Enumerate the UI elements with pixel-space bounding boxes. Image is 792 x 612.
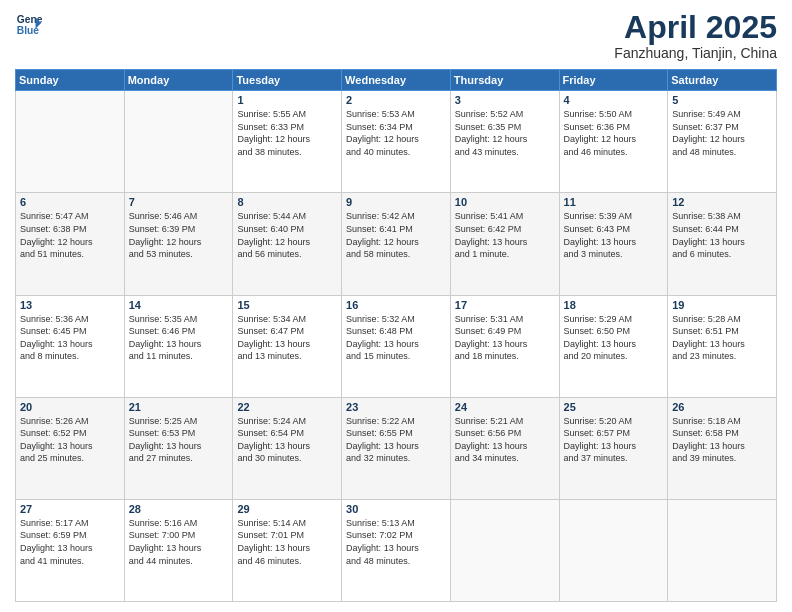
day-number: 28 bbox=[129, 503, 229, 515]
day-info: Sunrise: 5:28 AM Sunset: 6:51 PM Dayligh… bbox=[672, 313, 772, 363]
day-number: 14 bbox=[129, 299, 229, 311]
day-number: 12 bbox=[672, 196, 772, 208]
day-number: 19 bbox=[672, 299, 772, 311]
day-info: Sunrise: 5:38 AM Sunset: 6:44 PM Dayligh… bbox=[672, 210, 772, 260]
table-cell: 10Sunrise: 5:41 AM Sunset: 6:42 PM Dayli… bbox=[450, 193, 559, 295]
table-cell: 19Sunrise: 5:28 AM Sunset: 6:51 PM Dayli… bbox=[668, 295, 777, 397]
day-info: Sunrise: 5:55 AM Sunset: 6:33 PM Dayligh… bbox=[237, 108, 337, 158]
header: General Blue April 2025 Fanzhuang, Tianj… bbox=[15, 10, 777, 61]
month-title: April 2025 bbox=[614, 10, 777, 45]
day-number: 11 bbox=[564, 196, 664, 208]
day-number: 24 bbox=[455, 401, 555, 413]
table-cell: 8Sunrise: 5:44 AM Sunset: 6:40 PM Daylig… bbox=[233, 193, 342, 295]
day-number: 20 bbox=[20, 401, 120, 413]
week-row-5: 27Sunrise: 5:17 AM Sunset: 6:59 PM Dayli… bbox=[16, 499, 777, 601]
day-number: 5 bbox=[672, 94, 772, 106]
day-info: Sunrise: 5:20 AM Sunset: 6:57 PM Dayligh… bbox=[564, 415, 664, 465]
week-row-1: 1Sunrise: 5:55 AM Sunset: 6:33 PM Daylig… bbox=[16, 91, 777, 193]
table-cell: 25Sunrise: 5:20 AM Sunset: 6:57 PM Dayli… bbox=[559, 397, 668, 499]
day-info: Sunrise: 5:25 AM Sunset: 6:53 PM Dayligh… bbox=[129, 415, 229, 465]
table-cell: 23Sunrise: 5:22 AM Sunset: 6:55 PM Dayli… bbox=[342, 397, 451, 499]
table-cell: 26Sunrise: 5:18 AM Sunset: 6:58 PM Dayli… bbox=[668, 397, 777, 499]
table-cell: 29Sunrise: 5:14 AM Sunset: 7:01 PM Dayli… bbox=[233, 499, 342, 601]
table-cell bbox=[668, 499, 777, 601]
day-number: 15 bbox=[237, 299, 337, 311]
table-cell: 12Sunrise: 5:38 AM Sunset: 6:44 PM Dayli… bbox=[668, 193, 777, 295]
day-info: Sunrise: 5:13 AM Sunset: 7:02 PM Dayligh… bbox=[346, 517, 446, 567]
day-info: Sunrise: 5:29 AM Sunset: 6:50 PM Dayligh… bbox=[564, 313, 664, 363]
day-info: Sunrise: 5:22 AM Sunset: 6:55 PM Dayligh… bbox=[346, 415, 446, 465]
table-cell: 3Sunrise: 5:52 AM Sunset: 6:35 PM Daylig… bbox=[450, 91, 559, 193]
day-info: Sunrise: 5:49 AM Sunset: 6:37 PM Dayligh… bbox=[672, 108, 772, 158]
table-cell bbox=[16, 91, 125, 193]
day-info: Sunrise: 5:32 AM Sunset: 6:48 PM Dayligh… bbox=[346, 313, 446, 363]
day-number: 18 bbox=[564, 299, 664, 311]
table-cell: 17Sunrise: 5:31 AM Sunset: 6:49 PM Dayli… bbox=[450, 295, 559, 397]
table-cell: 6Sunrise: 5:47 AM Sunset: 6:38 PM Daylig… bbox=[16, 193, 125, 295]
day-info: Sunrise: 5:50 AM Sunset: 6:36 PM Dayligh… bbox=[564, 108, 664, 158]
day-number: 23 bbox=[346, 401, 446, 413]
day-number: 10 bbox=[455, 196, 555, 208]
day-number: 4 bbox=[564, 94, 664, 106]
table-cell: 4Sunrise: 5:50 AM Sunset: 6:36 PM Daylig… bbox=[559, 91, 668, 193]
day-info: Sunrise: 5:44 AM Sunset: 6:40 PM Dayligh… bbox=[237, 210, 337, 260]
table-cell: 13Sunrise: 5:36 AM Sunset: 6:45 PM Dayli… bbox=[16, 295, 125, 397]
title-block: April 2025 Fanzhuang, Tianjin, China bbox=[614, 10, 777, 61]
day-number: 21 bbox=[129, 401, 229, 413]
table-cell: 11Sunrise: 5:39 AM Sunset: 6:43 PM Dayli… bbox=[559, 193, 668, 295]
table-cell: 30Sunrise: 5:13 AM Sunset: 7:02 PM Dayli… bbox=[342, 499, 451, 601]
day-number: 2 bbox=[346, 94, 446, 106]
header-tuesday: Tuesday bbox=[233, 70, 342, 91]
day-info: Sunrise: 5:53 AM Sunset: 6:34 PM Dayligh… bbox=[346, 108, 446, 158]
day-info: Sunrise: 5:16 AM Sunset: 7:00 PM Dayligh… bbox=[129, 517, 229, 567]
table-cell bbox=[124, 91, 233, 193]
day-number: 16 bbox=[346, 299, 446, 311]
day-info: Sunrise: 5:31 AM Sunset: 6:49 PM Dayligh… bbox=[455, 313, 555, 363]
day-info: Sunrise: 5:18 AM Sunset: 6:58 PM Dayligh… bbox=[672, 415, 772, 465]
day-info: Sunrise: 5:41 AM Sunset: 6:42 PM Dayligh… bbox=[455, 210, 555, 260]
day-number: 13 bbox=[20, 299, 120, 311]
header-sunday: Sunday bbox=[16, 70, 125, 91]
table-cell: 1Sunrise: 5:55 AM Sunset: 6:33 PM Daylig… bbox=[233, 91, 342, 193]
header-wednesday: Wednesday bbox=[342, 70, 451, 91]
day-info: Sunrise: 5:17 AM Sunset: 6:59 PM Dayligh… bbox=[20, 517, 120, 567]
day-number: 3 bbox=[455, 94, 555, 106]
logo: General Blue bbox=[15, 10, 43, 38]
table-cell bbox=[559, 499, 668, 601]
day-number: 6 bbox=[20, 196, 120, 208]
day-number: 22 bbox=[237, 401, 337, 413]
table-cell: 9Sunrise: 5:42 AM Sunset: 6:41 PM Daylig… bbox=[342, 193, 451, 295]
table-cell: 20Sunrise: 5:26 AM Sunset: 6:52 PM Dayli… bbox=[16, 397, 125, 499]
week-row-3: 13Sunrise: 5:36 AM Sunset: 6:45 PM Dayli… bbox=[16, 295, 777, 397]
day-number: 30 bbox=[346, 503, 446, 515]
day-info: Sunrise: 5:42 AM Sunset: 6:41 PM Dayligh… bbox=[346, 210, 446, 260]
table-cell: 7Sunrise: 5:46 AM Sunset: 6:39 PM Daylig… bbox=[124, 193, 233, 295]
header-saturday: Saturday bbox=[668, 70, 777, 91]
day-info: Sunrise: 5:36 AM Sunset: 6:45 PM Dayligh… bbox=[20, 313, 120, 363]
day-number: 29 bbox=[237, 503, 337, 515]
day-number: 7 bbox=[129, 196, 229, 208]
day-number: 9 bbox=[346, 196, 446, 208]
table-cell: 22Sunrise: 5:24 AM Sunset: 6:54 PM Dayli… bbox=[233, 397, 342, 499]
day-info: Sunrise: 5:52 AM Sunset: 6:35 PM Dayligh… bbox=[455, 108, 555, 158]
location: Fanzhuang, Tianjin, China bbox=[614, 45, 777, 61]
table-cell: 14Sunrise: 5:35 AM Sunset: 6:46 PM Dayli… bbox=[124, 295, 233, 397]
day-number: 17 bbox=[455, 299, 555, 311]
day-info: Sunrise: 5:26 AM Sunset: 6:52 PM Dayligh… bbox=[20, 415, 120, 465]
table-cell: 18Sunrise: 5:29 AM Sunset: 6:50 PM Dayli… bbox=[559, 295, 668, 397]
day-info: Sunrise: 5:34 AM Sunset: 6:47 PM Dayligh… bbox=[237, 313, 337, 363]
week-row-2: 6Sunrise: 5:47 AM Sunset: 6:38 PM Daylig… bbox=[16, 193, 777, 295]
table-cell: 2Sunrise: 5:53 AM Sunset: 6:34 PM Daylig… bbox=[342, 91, 451, 193]
header-friday: Friday bbox=[559, 70, 668, 91]
table-cell: 15Sunrise: 5:34 AM Sunset: 6:47 PM Dayli… bbox=[233, 295, 342, 397]
day-info: Sunrise: 5:39 AM Sunset: 6:43 PM Dayligh… bbox=[564, 210, 664, 260]
table-cell bbox=[450, 499, 559, 601]
header-monday: Monday bbox=[124, 70, 233, 91]
day-number: 27 bbox=[20, 503, 120, 515]
day-number: 8 bbox=[237, 196, 337, 208]
table-cell: 27Sunrise: 5:17 AM Sunset: 6:59 PM Dayli… bbox=[16, 499, 125, 601]
table-cell: 24Sunrise: 5:21 AM Sunset: 6:56 PM Dayli… bbox=[450, 397, 559, 499]
day-number: 26 bbox=[672, 401, 772, 413]
weekday-header-row: Sunday Monday Tuesday Wednesday Thursday… bbox=[16, 70, 777, 91]
day-number: 25 bbox=[564, 401, 664, 413]
